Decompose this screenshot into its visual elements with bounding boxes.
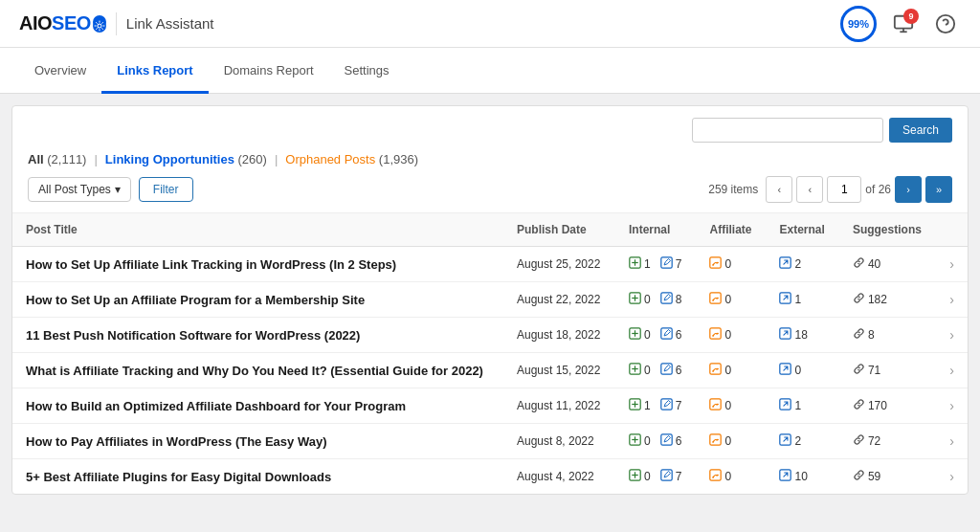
score-circle[interactable]: 99% [840, 6, 877, 42]
suggestions-link-icon [853, 256, 865, 272]
cell-internal: 1 7 [615, 247, 697, 282]
filter-button[interactable]: Filter [139, 177, 193, 202]
affiliate-icon [709, 398, 722, 413]
cell-publish-date: August 11, 2022 [503, 388, 615, 424]
cell-affiliate: 0 [696, 282, 766, 318]
col-suggestions: Suggestions [839, 213, 936, 247]
cell-post-title: How to Set Up an Affiliate Program for a… [12, 282, 503, 318]
search-row: Search [28, 118, 952, 143]
monitor-icon[interactable]: 9 [888, 9, 919, 39]
external-icon [779, 256, 791, 272]
cell-publish-date: August 15, 2022 [503, 353, 615, 388]
row-expand-icon[interactable]: › [949, 256, 954, 272]
svg-point-43 [713, 406, 715, 408]
cell-post-title: What is Affiliate Tracking and Why Do Yo… [12, 353, 503, 388]
col-post-title: Post Title [12, 213, 503, 247]
page-next-button[interactable]: › [895, 176, 922, 203]
filter-links-row: All (2,111) | Linking Opportunities (260… [28, 152, 952, 166]
tab-links-report[interactable]: Links Report [101, 48, 208, 94]
tab-overview[interactable]: Overview [19, 48, 101, 94]
row-expand-icon[interactable]: › [949, 433, 954, 449]
svg-rect-17 [660, 293, 671, 303]
external-icon [779, 327, 791, 343]
svg-rect-9 [660, 257, 671, 268]
svg-point-35 [713, 370, 715, 372]
header-divider [116, 12, 117, 35]
cell-publish-date: August 18, 2022 [503, 318, 615, 353]
svg-rect-41 [660, 399, 671, 410]
help-icon[interactable] [930, 9, 961, 39]
cell-publish-date: August 22, 2022 [503, 282, 615, 318]
cell-post-title: How to Set Up Affiliate Link Tracking in… [12, 247, 503, 282]
pagination: ‹ ‹ 1 of 26 › » [766, 176, 952, 203]
tab-domains-report[interactable]: Domains Report [209, 48, 329, 94]
internal-edit-icon [660, 256, 673, 272]
cell-row-arrow[interactable]: › [936, 247, 968, 282]
cell-external: 1 [766, 388, 838, 424]
suggestions-link-icon [853, 469, 865, 484]
svg-point-44 [718, 404, 720, 406]
filter-bar: Search All (2,111) | Linking Opportuniti… [12, 106, 968, 213]
logo-seo: SE [52, 12, 77, 34]
page-total: of 26 [865, 183, 891, 196]
cell-affiliate: 0 [696, 318, 766, 353]
filter-linking-opportunities[interactable]: Linking Opportunities (260) [105, 152, 267, 166]
internal-add-icon [629, 363, 641, 378]
cell-row-arrow[interactable]: › [936, 388, 968, 424]
cell-row-arrow[interactable]: › [936, 424, 968, 459]
tab-settings[interactable]: Settings [329, 48, 405, 94]
cell-suggestions: 8 [839, 318, 936, 353]
svg-point-27 [713, 335, 715, 337]
internal-add-icon [629, 256, 641, 272]
col-external: External [766, 213, 838, 247]
cell-affiliate: 0 [696, 388, 766, 424]
internal-add-icon [629, 433, 641, 449]
search-button[interactable]: Search [889, 118, 952, 143]
post-types-dropdown[interactable]: All Post Types ▾ [28, 177, 131, 202]
cell-row-arrow[interactable]: › [936, 318, 968, 353]
filter-orphaned-posts[interactable]: Orphaned Posts (1,936) [285, 152, 418, 166]
cell-post-title: How to Build an Optimized Affiliate Dash… [12, 388, 503, 424]
affiliate-icon [709, 292, 722, 307]
cell-external: 18 [766, 318, 838, 353]
cell-publish-date: August 25, 2022 [503, 247, 615, 282]
internal-edit-icon [660, 363, 673, 378]
table-row: What is Affiliate Tracking and Why Do Yo… [12, 353, 968, 388]
svg-rect-25 [660, 328, 671, 339]
row-expand-icon[interactable]: › [949, 327, 954, 343]
svg-point-60 [718, 475, 720, 477]
search-input[interactable] [692, 118, 883, 143]
col-affiliate: Affiliate [696, 213, 766, 247]
cell-row-arrow[interactable]: › [936, 282, 968, 318]
page-first-button[interactable]: ‹ [766, 176, 792, 203]
row-expand-icon[interactable]: › [949, 292, 954, 307]
page-number-input[interactable]: 1 [827, 176, 861, 203]
row-expand-icon[interactable]: › [949, 398, 954, 413]
svg-point-11 [713, 264, 715, 266]
notification-badge: 9 [903, 9, 919, 24]
table-row: 11 Best Push Notification Software for W… [12, 318, 968, 353]
cell-post-title: How to Pay Affiliates in WordPress (The … [12, 424, 503, 459]
cell-suggestions: 72 [839, 424, 936, 459]
cell-post-title: 5+ Best Affiliate Plugins for Easy Digit… [12, 459, 503, 495]
internal-add-icon [629, 327, 641, 343]
svg-rect-57 [660, 470, 671, 480]
internal-edit-icon [660, 292, 673, 307]
row-expand-icon[interactable]: › [949, 363, 954, 378]
cell-affiliate: 0 [696, 247, 766, 282]
filter-left: All Post Types ▾ Filter [28, 177, 193, 202]
page-last-button[interactable]: » [925, 176, 952, 203]
cell-row-arrow[interactable]: › [936, 459, 968, 495]
svg-point-51 [713, 441, 715, 443]
filter-all[interactable]: All (2,111) [28, 152, 86, 166]
cell-internal: 0 6 [615, 424, 697, 459]
cell-external: 1 [766, 282, 838, 318]
logo-o-gear: O [77, 12, 106, 34]
page-prev-button[interactable]: ‹ [796, 176, 823, 203]
svg-point-52 [718, 439, 720, 441]
svg-point-19 [713, 299, 715, 301]
row-expand-icon[interactable]: › [949, 469, 954, 484]
cell-external: 2 [766, 247, 838, 282]
cell-row-arrow[interactable]: › [936, 353, 968, 388]
logo-gear-icon [93, 15, 106, 29]
